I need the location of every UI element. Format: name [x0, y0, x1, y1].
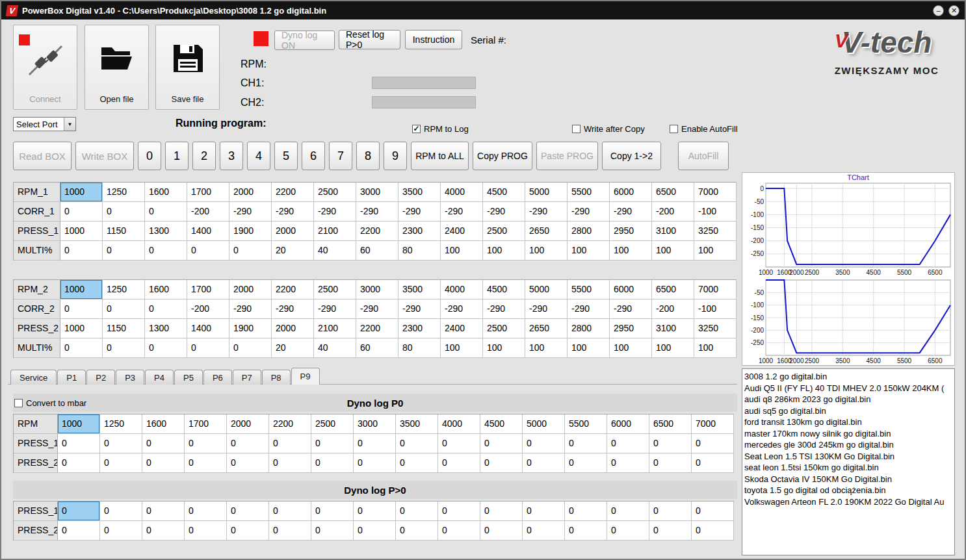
table-cell[interactable]: 1000	[60, 222, 103, 241]
table-cell[interactable]: 2500	[311, 414, 354, 434]
table-cell[interactable]: 2500	[314, 183, 356, 202]
table-cell[interactable]: 100	[652, 241, 694, 261]
table-cell[interactable]: 0	[438, 453, 480, 473]
table-cell[interactable]: 3250	[694, 319, 737, 338]
table-cell[interactable]: -290	[610, 299, 652, 319]
table-cell[interactable]: 100	[568, 338, 610, 358]
table-cell[interactable]: 0	[354, 521, 396, 541]
tab-p5[interactable]: P5	[174, 370, 203, 385]
table-cell[interactable]: 2300	[398, 319, 441, 338]
table-cell[interactable]: -290	[483, 202, 525, 222]
paste-prog-button[interactable]: Paste PROG	[536, 142, 598, 170]
file-item[interactable]: toyota 1.5 go digital od obciążenia.bin	[744, 485, 954, 496]
table-cell[interactable]: 0	[480, 502, 523, 521]
table-cell[interactable]: 0	[480, 434, 523, 453]
table-cell[interactable]: -290	[314, 299, 356, 319]
table-cell[interactable]: -200	[187, 202, 229, 222]
table-cell[interactable]: 0	[145, 299, 187, 319]
table-cell[interactable]: 0	[565, 453, 607, 473]
table-cell[interactable]: 3250	[694, 222, 737, 241]
table-cell[interactable]: 0	[227, 453, 269, 473]
table-cell[interactable]: 1300	[145, 319, 187, 338]
table-cell[interactable]: 40	[314, 338, 356, 358]
table-cell[interactable]: 4000	[441, 183, 483, 202]
table-cell[interactable]: 100	[694, 241, 737, 261]
table-cell[interactable]: 0	[607, 502, 649, 521]
table-cell[interactable]: 0	[60, 241, 103, 261]
table-cell[interactable]: 0	[396, 502, 438, 521]
table-cell[interactable]: -290	[568, 299, 610, 319]
table-cell[interactable]: 1150	[103, 222, 145, 241]
table-cell[interactable]: 3000	[354, 414, 396, 434]
table-cell[interactable]: 6000	[610, 280, 652, 299]
table-cell[interactable]: 0	[58, 521, 100, 541]
instruction-button[interactable]: Instruction	[405, 30, 462, 49]
tab-p7[interactable]: P7	[233, 370, 261, 385]
table-cell[interactable]: -290	[525, 202, 568, 222]
table-cell[interactable]: 0	[480, 521, 523, 541]
enable-autofill-checkbox[interactable]: Enable AutoFill	[670, 124, 738, 134]
table-cell[interactable]: 2000	[272, 222, 314, 241]
table-cell[interactable]: 6000	[607, 414, 649, 434]
table-cell[interactable]: -200	[187, 299, 229, 319]
table-cell[interactable]: 0	[396, 453, 438, 473]
table-cell[interactable]: 3500	[398, 280, 441, 299]
table-cell[interactable]: 1700	[187, 280, 229, 299]
table-cell[interactable]: 1250	[100, 414, 142, 434]
table-cell[interactable]: 20	[272, 241, 314, 261]
table-cell[interactable]: 0	[607, 434, 649, 453]
table-cell[interactable]: 80	[398, 241, 441, 261]
table-cell[interactable]: 2100	[314, 319, 356, 338]
table-cell[interactable]: 100	[483, 241, 525, 261]
table-cell[interactable]: 2400	[441, 222, 483, 241]
table-cell[interactable]: 2400	[441, 319, 483, 338]
table-cell[interactable]: 7000	[694, 183, 737, 202]
table-cell[interactable]: -290	[356, 202, 398, 222]
table-cell[interactable]: 0	[142, 502, 185, 521]
tab-p1[interactable]: P1	[57, 370, 86, 385]
table-cell[interactable]: 0	[185, 434, 227, 453]
table-cell[interactable]: -290	[272, 202, 314, 222]
table-cell[interactable]: -290	[314, 202, 356, 222]
table-cell[interactable]: 0	[227, 434, 269, 453]
table-cell[interactable]: 0	[142, 521, 185, 541]
table-cell[interactable]: 0	[187, 338, 229, 358]
table-cell[interactable]: 0	[100, 453, 142, 473]
table-cell[interactable]: 2500	[314, 280, 356, 299]
save-file-button[interactable]: Save file	[155, 25, 220, 110]
table-cell[interactable]: 1000	[60, 319, 103, 338]
table-cell[interactable]: 0	[145, 241, 187, 261]
table-cell[interactable]: 100	[441, 338, 483, 358]
table-cell[interactable]: 0	[58, 434, 100, 453]
table-cell[interactable]: 0	[692, 434, 734, 453]
table-cell[interactable]: 0	[565, 521, 607, 541]
table-cell[interactable]: 0	[142, 453, 185, 473]
file-item[interactable]: master 170km nowy silnik go digital.bin	[744, 428, 954, 440]
table-cell[interactable]: 2650	[525, 319, 568, 338]
table-cell[interactable]: 5500	[568, 183, 610, 202]
table-cell[interactable]: 2200	[269, 414, 311, 434]
table-cell[interactable]: -290	[229, 299, 272, 319]
file-item[interactable]: Skoda Octavia IV 150KM Go Digital.bin	[744, 474, 954, 485]
table-cell[interactable]: 2200	[356, 222, 398, 241]
table-cell[interactable]: -290	[398, 202, 441, 222]
table-cell[interactable]: 0	[649, 502, 692, 521]
file-item[interactable]: seat leon 1.5tsi 150km go digital.bin	[744, 462, 954, 474]
table-cell[interactable]: 2200	[272, 183, 314, 202]
table-cell[interactable]: 2950	[610, 222, 652, 241]
table-cell[interactable]: 2000	[272, 319, 314, 338]
table-cell[interactable]: 3000	[356, 280, 398, 299]
table-cell[interactable]: 0	[565, 502, 607, 521]
connect-button[interactable]: Connect	[13, 25, 77, 110]
table-cell[interactable]: -290	[398, 299, 441, 319]
table-cell[interactable]: 2200	[356, 319, 398, 338]
table-cell[interactable]: 6500	[649, 414, 692, 434]
table-cell[interactable]: 0	[100, 434, 142, 453]
table-cell[interactable]: 0	[523, 521, 565, 541]
table-cell[interactable]: 0	[692, 502, 734, 521]
table-cell[interactable]: 1000	[60, 183, 103, 202]
rpm-to-all-button[interactable]: RPM to ALL	[411, 142, 469, 170]
digit-button-8[interactable]: 8	[356, 142, 380, 170]
table-cell[interactable]: 100	[694, 338, 737, 358]
file-item[interactable]: Volkswagen Arteon FL 2.0 190KM 2022 Go D…	[744, 496, 954, 508]
